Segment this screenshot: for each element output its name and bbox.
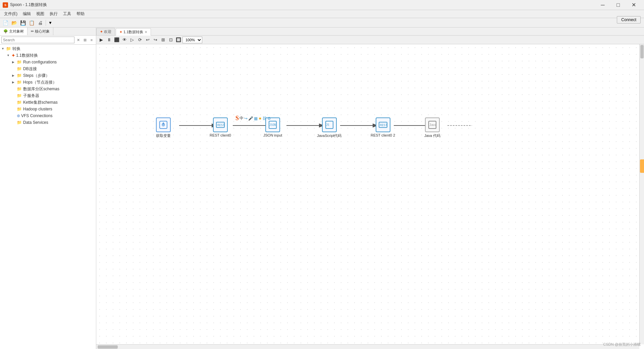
tab-transform[interactable]: ✦ 1.1数据转换 ✕ bbox=[116, 28, 151, 36]
canvas-arrows bbox=[96, 44, 644, 349]
horizontal-scrollbar[interactable] bbox=[96, 344, 639, 349]
menu-tools[interactable]: 工具 bbox=[60, 10, 74, 17]
toolbar-new[interactable]: 📄 bbox=[1, 19, 9, 27]
preview-button[interactable]: 👁 bbox=[121, 37, 128, 43]
search-input[interactable] bbox=[1, 37, 74, 43]
tree-label-subserver: 子服务器 bbox=[23, 93, 39, 99]
tree-label-vfs: VFS Connections bbox=[21, 113, 52, 118]
menu-execute[interactable]: 执行 bbox=[47, 10, 60, 17]
run-button[interactable]: ▶ bbox=[98, 37, 105, 43]
minimize-button[interactable]: ─ bbox=[595, 0, 610, 10]
toolbar-open[interactable]: 📂 bbox=[10, 19, 18, 27]
tab-welcome-icon: ✦ bbox=[100, 30, 103, 34]
tab-strip: ✦ 欢迎 ✦ 1.1数据转换 ✕ bbox=[96, 28, 644, 36]
tool9[interactable]: ⊞ bbox=[159, 37, 167, 43]
tool8[interactable]: ↪ bbox=[152, 37, 159, 43]
hscroll-thumb[interactable] bbox=[98, 345, 118, 349]
menu-help[interactable]: 帮助 bbox=[74, 10, 87, 17]
tab-welcome[interactable]: ✦ 欢迎 bbox=[96, 28, 115, 35]
tree-arrow-11: ▼ bbox=[7, 54, 11, 57]
tree-label-dataservices: Data Services bbox=[23, 120, 48, 125]
tool7[interactable]: ↩ bbox=[144, 37, 151, 43]
tab-close-button[interactable]: ✕ bbox=[145, 30, 147, 34]
folder-icon-dbschemas: 📁 bbox=[17, 87, 22, 91]
node-getvar[interactable]: 获取变量 bbox=[156, 117, 171, 138]
run-options[interactable]: ▷ bbox=[128, 37, 136, 43]
collapse-all-button[interactable]: ≡ bbox=[89, 37, 95, 43]
folder-icon-kettleschemas: 📁 bbox=[17, 100, 22, 105]
restclient-icon: REST bbox=[216, 120, 225, 130]
tree-label-hops: Hops（节点连接） bbox=[23, 80, 57, 85]
window-controls: ─ □ ✕ bbox=[595, 0, 641, 10]
tree-item-subserver[interactable]: 📁 子服务器 bbox=[0, 92, 96, 99]
tree-item-dataservices[interactable]: 📁 Data Services bbox=[0, 119, 96, 126]
step-toolbar-overlay: S 中 ↪ 🎤 ▦ ★ ⛓ ⚙ bbox=[235, 115, 271, 122]
zoom-select[interactable]: 100% 75% 50% 150% 200% bbox=[182, 37, 202, 43]
node-label-restclient2: REST client0 2 bbox=[371, 133, 395, 137]
tree-label-dbschemas: 数据库分区schemas bbox=[23, 86, 59, 92]
search-bar: ✕ ⊞ ≡ bbox=[0, 36, 96, 45]
canvas-area[interactable]: S 中 ↪ 🎤 ▦ ★ ⛓ ⚙ 获取变量 bbox=[96, 44, 644, 349]
tool10[interactable]: ⊡ bbox=[167, 37, 174, 43]
tree-item-hops[interactable]: ▶ 📁 Hops（节点连接） bbox=[0, 79, 96, 86]
pause-button[interactable]: ⏸ bbox=[105, 37, 113, 43]
main-toolbar: 📄 📂 💾 📋 🖨 ▼ Connect bbox=[0, 18, 644, 28]
node-jscode[interactable]: JS JavaScript代码 bbox=[317, 117, 341, 138]
tree-item-runconf[interactable]: ▶ 📁 Run configurations bbox=[0, 59, 96, 65]
right-arrow-tab[interactable] bbox=[640, 159, 644, 173]
tree-item-steps[interactable]: ▶ 📁 Steps（步骤） bbox=[0, 72, 96, 79]
toolbar-dropdown[interactable]: ▼ bbox=[47, 20, 53, 26]
spoon-s-icon: S bbox=[235, 115, 239, 122]
title-bar: S Spoon - 1.1数据转换 ─ □ ✕ bbox=[0, 0, 644, 10]
tool6[interactable]: ⟳ bbox=[136, 37, 144, 43]
star-icon: ★ bbox=[258, 116, 262, 121]
node-box-javacode: Java bbox=[425, 117, 440, 132]
tree-item-kettleschemas[interactable]: 📁 Kettle集群schemas bbox=[0, 99, 96, 106]
node-javacode[interactable]: Java Java 代码 bbox=[424, 117, 440, 138]
menu-edit[interactable]: 编辑 bbox=[20, 10, 34, 17]
panel-tab-main-label: 主对象树 bbox=[9, 29, 24, 34]
node-restclient2[interactable]: REST REST client0 2 bbox=[371, 117, 395, 137]
tree-item-11[interactable]: ▼ ✦ 1.1数据转换 bbox=[0, 52, 96, 59]
folder-icon-runconf: 📁 bbox=[17, 60, 22, 64]
canvas-toolbar: ▶ ⏸ ⬛ 👁 ▷ ⟳ ↩ ↪ ⊞ ⊡ 🔲 100% 75% 50% 150% … bbox=[96, 36, 644, 44]
node-label-restclient0: REST client0 bbox=[210, 133, 231, 137]
toolbar-save-as[interactable]: 📋 bbox=[28, 19, 36, 27]
mic-icon: 🎤 bbox=[248, 116, 253, 121]
tool11[interactable]: 🔲 bbox=[175, 37, 182, 43]
tree-label-transforms: 转换 bbox=[12, 46, 20, 52]
tree-label-kettleschemas: Kettle集群schemas bbox=[23, 100, 58, 105]
menu-file[interactable]: 文件(E) bbox=[1, 10, 20, 17]
search-clear-button[interactable]: ✕ bbox=[75, 37, 81, 43]
connect-button[interactable]: Connect bbox=[617, 16, 641, 23]
tree-item-vfs[interactable]: ⊕ VFS Connections bbox=[0, 112, 96, 119]
tree-label-runconf: Run configurations bbox=[23, 60, 57, 64]
tree-item-hadoop[interactable]: 📁 Hadoop clusters bbox=[0, 106, 96, 112]
title-bar-left: S Spoon - 1.1数据转换 bbox=[3, 2, 47, 8]
tab-transform-icon: ✦ bbox=[119, 30, 122, 34]
node-restclient0[interactable]: REST REST client0 bbox=[210, 117, 231, 137]
toolbar-dropdown-icon: ▼ bbox=[48, 20, 52, 25]
close-button[interactable]: ✕ bbox=[626, 0, 641, 10]
maximize-button[interactable]: □ bbox=[610, 0, 626, 10]
panel-tab-core-label: 核心对象 bbox=[35, 29, 50, 34]
expand-all-button[interactable]: ⊞ bbox=[82, 37, 88, 43]
panel-tab-main-icon: 🌳 bbox=[3, 29, 8, 34]
tree-item-dbconn[interactable]: 📁 DB连接 bbox=[0, 65, 96, 72]
menu-view[interactable]: 视图 bbox=[34, 10, 47, 17]
canvas-grid bbox=[96, 44, 644, 349]
folder-icon-steps: 📁 bbox=[17, 73, 22, 78]
restclient2-icon: REST bbox=[378, 120, 388, 130]
svg-text:REST: REST bbox=[217, 123, 225, 127]
transform-icon-11: ✦ bbox=[11, 53, 15, 58]
tree-item-dbschemas[interactable]: 📁 数据库分区schemas bbox=[0, 86, 96, 92]
toolbar-print[interactable]: 🖨 bbox=[36, 19, 44, 27]
stop-button[interactable]: ⬛ bbox=[113, 37, 120, 43]
toolbar-save[interactable]: 💾 bbox=[19, 19, 27, 27]
panel-tab-main[interactable]: 🌳 主对象树 bbox=[0, 28, 28, 35]
panel-tab-core[interactable]: ✏ 核心对象 bbox=[28, 28, 53, 35]
tree-item-transforms[interactable]: ▼ 📁 转换 bbox=[0, 45, 96, 52]
vscroll-thumb[interactable] bbox=[640, 45, 644, 58]
vertical-scrollbar[interactable] bbox=[639, 44, 644, 344]
vfs-icon: ⊕ bbox=[17, 113, 20, 118]
